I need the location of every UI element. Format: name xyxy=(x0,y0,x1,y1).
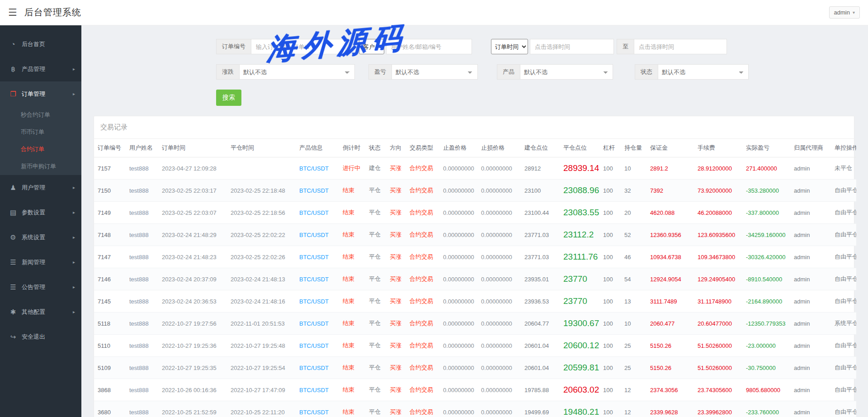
cell-control: 自由平仓 xyxy=(831,246,856,268)
col-6: 状态 xyxy=(365,139,386,157)
cell-direction: 买涨 xyxy=(386,246,406,268)
cell-leverage: 100 xyxy=(599,313,621,335)
col-12: 平仓点位 xyxy=(560,139,599,157)
sidebar-item-other-config[interactable]: ✱其他配置▸ xyxy=(0,299,81,324)
cell-product[interactable]: BTC/USDT xyxy=(296,401,339,417)
cell-username: test888 xyxy=(126,268,158,290)
cell-direction: 买涨 xyxy=(386,335,406,357)
cell-open-time: 2023-02-25 22:03:17 xyxy=(158,180,227,202)
cell-product[interactable]: BTC/USDT xyxy=(296,224,339,246)
trade-records-card: 交易记录 订单编号用户姓名订单时间平仓时间产品信息倒计时状态方向交易类型止盈价格… xyxy=(94,116,854,417)
search-button[interactable]: 搜索 xyxy=(216,90,241,106)
sidebar-group-system: ⚙系统设置▸ xyxy=(0,225,81,250)
sidebar-subitem-new-coin-subscribe-orders[interactable]: 新币申购订单 xyxy=(0,158,81,175)
cell-control: 自由平仓 xyxy=(831,268,856,290)
cell-open-time: 2023-02-24 20:36:53 xyxy=(158,290,227,313)
col-11: 建仓点位 xyxy=(521,139,560,157)
order-icon: ❐ xyxy=(9,90,17,98)
cell-control: 自由平仓 xyxy=(831,379,856,401)
filter-to-label: 至 xyxy=(617,39,634,54)
sidebar-item-news[interactable]: ☰新闻管理▸ xyxy=(0,250,81,275)
cell-margin: 3111.7489 xyxy=(646,290,694,313)
cell-username: test888 xyxy=(126,202,158,224)
sidebar-subitem-coin-coin-orders[interactable]: 币币订单 xyxy=(0,123,81,141)
sidebar-item-users[interactable]: ♟用户管理▸ xyxy=(0,175,81,200)
cell-close-time: 2022-10-27 19:25:48 xyxy=(227,335,296,357)
logout-icon: ↪ xyxy=(9,333,17,341)
cell-product[interactable]: BTC/USDT xyxy=(296,202,339,224)
status-filter: 状态 默认不选 xyxy=(635,64,749,80)
cell-username: test888 xyxy=(126,246,158,268)
cell-open-time: 2023-02-25 22:03:07 xyxy=(158,202,227,224)
cell-username: test888 xyxy=(126,313,158,335)
cell-product[interactable]: BTC/USDT xyxy=(296,313,339,335)
cell-open-point: 23100.44 xyxy=(521,202,560,224)
cell-product[interactable]: BTC/USDT xyxy=(296,290,339,313)
notice-icon: ☰ xyxy=(9,283,17,291)
cell-leverage: 100 xyxy=(599,180,621,202)
page-title: 后台管理系统 xyxy=(24,6,81,19)
filter-status-select[interactable]: 默认不选 xyxy=(658,64,749,80)
cell-open-point: 23771.03 xyxy=(521,246,560,268)
sidebar-subitem-seconds-contract-orders[interactable]: 秒合约订单 xyxy=(0,106,81,123)
cell-direction: 买涨 xyxy=(386,157,406,180)
customer-filter: 客户 xyxy=(359,39,472,54)
cell-order-id: 7148 xyxy=(94,224,126,246)
sidebar-group-products: ฿产品管理▸ xyxy=(0,57,81,81)
sidebar-item-notices[interactable]: ☰公告管理▸ xyxy=(0,275,81,299)
cell-margin: 2374.3056 xyxy=(646,379,694,401)
cell-close-point: 23111.76 xyxy=(560,246,599,268)
cell-leverage: 100 xyxy=(599,202,621,224)
filter-time-from-input[interactable] xyxy=(530,39,614,54)
filter-time-to-input[interactable] xyxy=(634,39,727,54)
filter-updown-select[interactable]: 默认不选 xyxy=(240,64,355,80)
table-row: 3680test8882022-10-25 21:52:592022-10-25… xyxy=(94,401,856,417)
filter-time-type-select[interactable]: 订单时间 xyxy=(491,39,528,54)
cell-profit: -30326.420000 xyxy=(742,246,790,268)
cell-product[interactable]: BTC/USDT xyxy=(296,180,339,202)
sidebar-item-params[interactable]: ▤参数设置▸ xyxy=(0,200,81,225)
sidebar-item-system[interactable]: ⚙系统设置▸ xyxy=(0,225,81,250)
cell-product[interactable]: BTC/USDT xyxy=(296,335,339,357)
cell-profit: -23.000000 xyxy=(742,335,790,357)
sidebar-subitem-contract-orders[interactable]: 合约订单 xyxy=(0,141,81,158)
table-row: 7149test8882023-02-25 22:03:072023-02-25… xyxy=(94,202,856,224)
sidebar-item-products[interactable]: ฿产品管理▸ xyxy=(0,57,81,81)
dashboard-icon: ◔ xyxy=(9,40,17,48)
cell-volume: 25 xyxy=(621,357,646,379)
cell-fee: 51.50260000 xyxy=(694,357,742,379)
cell-countdown: 结束 xyxy=(339,202,365,224)
cell-trade-type: 合约交易 xyxy=(406,224,439,246)
filter-customer-input[interactable] xyxy=(386,39,472,54)
filter-customer-type-select[interactable]: 客户 xyxy=(359,39,384,54)
cell-take-profit: 0.00000000 xyxy=(439,357,477,379)
user-icon: ♟ xyxy=(9,184,17,192)
cell-countdown: 结束 xyxy=(339,335,365,357)
col-13: 杠杆 xyxy=(599,139,621,157)
cell-product[interactable]: BTC/USDT xyxy=(296,157,339,180)
sidebar-item-logout[interactable]: ↪安全退出 xyxy=(0,324,81,349)
sidebar-item-orders[interactable]: ❐订单管理▸ xyxy=(0,81,81,106)
table-row: 7146test8882023-02-24 20:37:092023-02-24… xyxy=(94,268,856,290)
cell-profit: -8910.540000 xyxy=(742,268,790,290)
cell-product[interactable]: BTC/USDT xyxy=(296,268,339,290)
filter-product-select[interactable]: 默认不选 xyxy=(520,64,613,80)
sidebar-submenu-orders: 秒合约订单币币订单合约订单新币申购订单 xyxy=(0,106,81,175)
table-row: 7148test8882023-02-24 21:48:292023-02-25… xyxy=(94,224,856,246)
filter-row-2: 涨跌 默认不选 盈亏 默认不选 产品 默认不选 状态 默认不选 xyxy=(216,64,854,80)
filter-pl-select[interactable]: 默认不选 xyxy=(392,64,478,80)
cell-volume: 46 xyxy=(621,246,646,268)
sidebar-item-dashboard[interactable]: ◔后台首页 xyxy=(0,32,81,57)
admin-dropdown[interactable]: admin ▾ xyxy=(829,6,860,19)
filter-order-no-input[interactable] xyxy=(251,39,345,54)
trade-table-body: 7157test8882023-04-27 12:09:28BTC/USDT进行… xyxy=(94,157,856,417)
cell-stop-loss: 0.00000000 xyxy=(477,202,521,224)
cell-trade-type: 合约交易 xyxy=(406,379,439,401)
time-filter: 订单时间 至 xyxy=(491,39,727,54)
cell-order-id: 5109 xyxy=(94,357,126,379)
cell-product[interactable]: BTC/USDT xyxy=(296,246,339,268)
cell-margin: 5150.26 xyxy=(646,335,694,357)
hamburger-icon[interactable]: ☰ xyxy=(8,8,17,18)
cell-product[interactable]: BTC/USDT xyxy=(296,379,339,401)
cell-product[interactable]: BTC/USDT xyxy=(296,357,339,379)
